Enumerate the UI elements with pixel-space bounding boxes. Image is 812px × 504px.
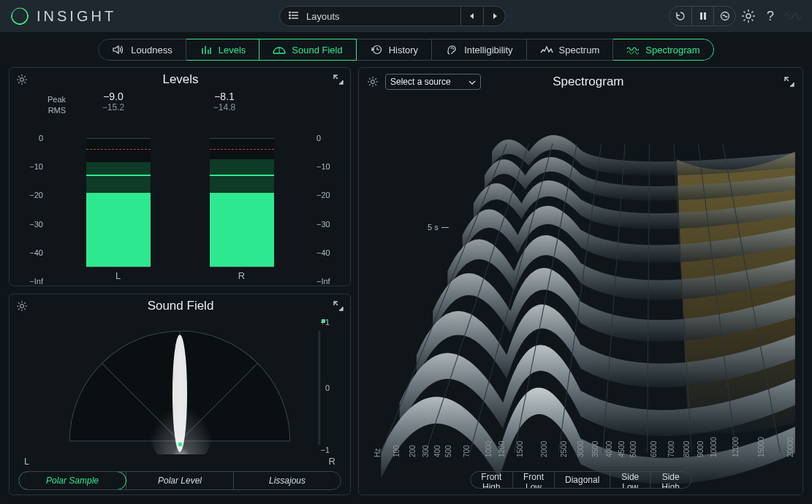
- spectrogram-settings-button[interactable]: [366, 75, 379, 88]
- svg-line-41: [24, 308, 26, 310]
- levels-settings-button[interactable]: [15, 73, 29, 86]
- tab-spectrogram[interactable]: Spectrogram: [613, 39, 713, 61]
- spectrogram-panel: Select a source Spectrogram: [358, 67, 803, 495]
- spectrogram-expand-button[interactable]: [783, 76, 795, 88]
- layout-prev-button[interactable]: [461, 7, 483, 26]
- spectrogram-panel-title: Spectrogram: [487, 75, 778, 89]
- layout-next-button[interactable]: [483, 7, 505, 26]
- svg-point-6: [289, 18, 291, 19]
- svg-line-34: [24, 76, 26, 77]
- sf-right-label: R: [329, 456, 335, 467]
- spectrogram-icon: [626, 45, 640, 55]
- svg-point-52: [371, 80, 375, 84]
- sync-button[interactable]: [713, 7, 735, 26]
- history-icon: [370, 45, 383, 55]
- sound-field-display[interactable]: +1 0 −1: [18, 318, 341, 454]
- sf-mode-polar-level[interactable]: Polar Level: [126, 472, 233, 489]
- spectrogram-freq-axis: Hz 100 200 300 400 500 700 1000 1200 150…: [359, 432, 802, 468]
- spectrogram-display[interactable]: 5 s Hz 100 200 300 400 500 700 1000 1200…: [359, 96, 802, 495]
- level-readout-labels: Peak RMS: [48, 94, 66, 116]
- spectrum-icon: [540, 45, 553, 55]
- level-scale-right: 0 −10 −20 −30 −40 −Inf: [311, 138, 340, 281]
- levels-panel: Levels Peak RMS −9.0 −15.2: [9, 67, 351, 286]
- sound-field-expand-button[interactable]: [333, 300, 344, 312]
- svg-line-60: [375, 78, 376, 80]
- sound-field-panel-title: Sound Field: [34, 299, 327, 313]
- levels-icon: [200, 45, 213, 55]
- module-tabbar: Loudness Levels Sound Field History Inte…: [0, 32, 812, 67]
- sf-mode-polar-sample[interactable]: Polar Sample: [18, 471, 126, 490]
- svg-point-4: [289, 12, 291, 13]
- svg-line-18: [751, 12, 753, 13]
- sound-field-panel: Sound Field: [9, 294, 351, 495]
- tab-loudness[interactable]: Loudness: [98, 39, 186, 61]
- svg-rect-51: [178, 443, 182, 446]
- layouts-label: Layouts: [306, 11, 340, 22]
- svg-rect-7: [700, 12, 702, 20]
- spec-view-diagonal[interactable]: Diagonal: [554, 472, 610, 488]
- reset-button[interactable]: [669, 7, 691, 26]
- speaker-icon: [112, 45, 125, 55]
- app-title: INSIGHT: [37, 8, 116, 25]
- app-header: INSIGHT Layouts: [0, 0, 812, 32]
- help-button[interactable]: ?: [761, 7, 780, 26]
- sf-left-label: L: [24, 456, 29, 467]
- layouts-selector: Layouts: [279, 6, 506, 26]
- tab-levels[interactable]: Levels: [186, 39, 260, 61]
- svg-line-42: [18, 308, 20, 310]
- channel-label-right: R: [238, 267, 245, 281]
- correlation-scale-mid: 0: [325, 383, 330, 392]
- spec-view-front-low[interactable]: Front Low: [512, 472, 554, 488]
- ear-icon: [445, 45, 458, 55]
- svg-line-32: [24, 82, 26, 83]
- pause-button[interactable]: [691, 7, 713, 26]
- spec-view-side-high[interactable]: Side High: [650, 472, 691, 488]
- sf-mode-lissajous[interactable]: Lissajous: [233, 472, 341, 489]
- svg-line-33: [18, 82, 20, 83]
- tab-intelligibility[interactable]: Intelligibility: [432, 39, 526, 61]
- svg-line-59: [369, 84, 371, 85]
- izotope-logo-icon: [10, 7, 29, 26]
- spectrogram-time-marker: 5 s: [428, 223, 449, 232]
- level-readout-right: −8.1 −14.8: [192, 91, 257, 113]
- tab-spectrum[interactable]: Spectrum: [527, 39, 614, 61]
- svg-line-57: [369, 78, 371, 80]
- level-meter-right[interactable]: [210, 138, 274, 267]
- svg-line-43: [24, 302, 26, 304]
- svg-line-31: [18, 76, 20, 77]
- list-icon: [289, 11, 299, 22]
- svg-point-26: [20, 78, 24, 82]
- svg-line-15: [744, 12, 745, 13]
- spectrogram-view-tabs: Front High Front Low Diagonal Side Low S…: [470, 471, 692, 489]
- levels-panel-title: Levels: [34, 72, 327, 87]
- svg-line-16: [751, 19, 753, 20]
- layouts-dropdown[interactable]: Layouts: [280, 7, 461, 26]
- correlation-scale-top: +1: [320, 318, 330, 327]
- sound-field-settings-button[interactable]: [15, 299, 29, 313]
- goniometer-icon: [273, 45, 286, 55]
- chevron-down-icon: [468, 77, 476, 87]
- svg-point-5: [289, 15, 291, 16]
- tab-sound-field[interactable]: Sound Field: [259, 39, 356, 61]
- spectrogram-source-select[interactable]: Select a source: [385, 74, 481, 90]
- levels-expand-button[interactable]: [333, 74, 344, 85]
- signal-icon: [783, 7, 802, 26]
- channel-label-left: L: [115, 267, 121, 281]
- settings-button[interactable]: [739, 7, 758, 26]
- spec-view-front-high[interactable]: Front High: [471, 472, 512, 488]
- svg-line-17: [744, 19, 745, 20]
- correlation-scale-bot: −1: [320, 446, 330, 454]
- svg-point-49: [172, 335, 187, 452]
- svg-point-35: [20, 305, 24, 308]
- spec-view-side-low[interactable]: Side Low: [610, 472, 650, 488]
- svg-line-58: [375, 84, 376, 85]
- svg-rect-8: [704, 12, 706, 20]
- level-scale-left: 0 −10 −20 −30 −40 −Inf: [20, 138, 49, 281]
- svg-point-10: [746, 14, 751, 18]
- level-meter-left[interactable]: [86, 138, 151, 267]
- level-readout-left: −9.0 −15.2: [81, 91, 145, 113]
- svg-line-40: [18, 302, 20, 304]
- tab-history[interactable]: History: [357, 39, 432, 61]
